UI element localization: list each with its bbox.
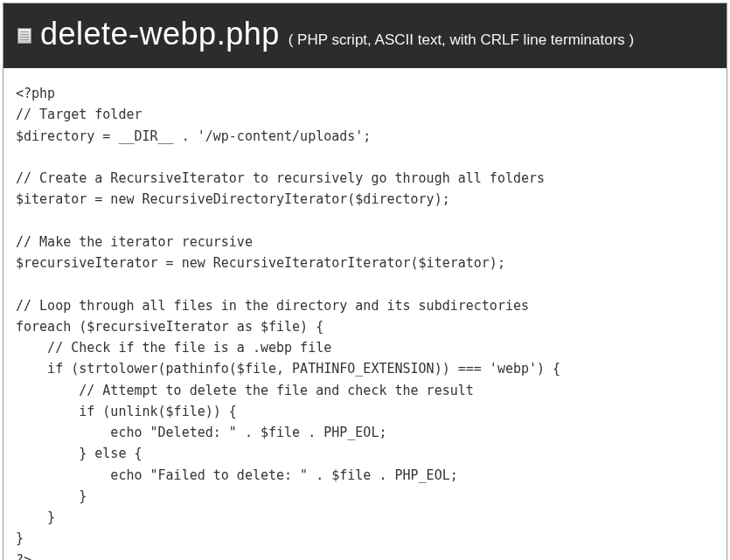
file-name: delete-webp.php bbox=[40, 16, 280, 52]
file-description: ( PHP script, ASCII text, with CRLF line… bbox=[289, 31, 635, 49]
source-code: <?php // Target folder $directory = __DI… bbox=[3, 68, 727, 560]
document-icon bbox=[17, 28, 31, 44]
file-viewer-container: delete-webp.php ( PHP script, ASCII text… bbox=[3, 3, 727, 560]
file-header: delete-webp.php ( PHP script, ASCII text… bbox=[3, 3, 727, 68]
code-content: <?php // Target folder $directory = __DI… bbox=[16, 86, 560, 560]
